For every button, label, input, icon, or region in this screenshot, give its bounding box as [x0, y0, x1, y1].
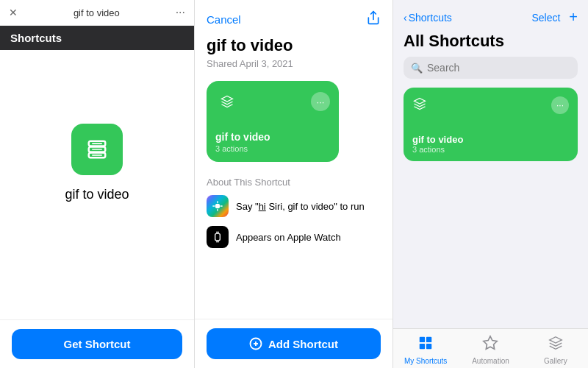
shortcuts-label: Shortcuts: [10, 32, 62, 44]
panel-right-content: ··· gif to video 3 actions: [393, 88, 588, 328]
automation-icon: [482, 335, 498, 355]
shortcut-grid-more-button[interactable]: ···: [551, 96, 569, 114]
shortcut-shared-date: Shared April 3, 2021: [207, 58, 381, 69]
panel-left: ✕ gif to video ··· Shortcuts gif to vide…: [0, 0, 195, 368]
add-shortcut-label: Add Shortcut: [268, 338, 338, 350]
panel-left-content: gif to video: [0, 50, 194, 319]
panel-middle: Cancel gif to video Shared April 3, 2021: [195, 0, 393, 368]
shortcut-grid: ··· gif to video 3 actions: [404, 88, 578, 161]
tab-gallery[interactable]: Gallery: [523, 335, 588, 365]
tab-my-shortcuts[interactable]: My Shortcuts: [393, 335, 458, 365]
about-watch-text: Appears on Apple Watch: [236, 232, 341, 243]
tab-my-shortcuts-label: My Shortcuts: [404, 357, 447, 365]
svg-marker-10: [415, 99, 426, 105]
shortcut-card-header: ···: [215, 90, 330, 113]
svg-rect-14: [426, 344, 431, 349]
svg-rect-12: [426, 337, 431, 342]
back-label: Shortcuts: [409, 12, 452, 24]
shortcut-card-icon: [215, 90, 239, 113]
shortcut-grid-icon: [412, 96, 427, 114]
tab-bar: My Shortcuts Automation Gallery: [393, 328, 588, 368]
svg-rect-6: [215, 233, 220, 240]
search-input[interactable]: [427, 62, 570, 74]
tab-automation-label: Automation: [472, 357, 509, 365]
siri-icon: [207, 195, 229, 217]
panel-middle-footer: Add Shortcut: [195, 319, 392, 368]
shortcut-grid-card-header: ···: [412, 96, 569, 114]
svg-marker-16: [550, 337, 562, 343]
shortcut-card-actions: 3 actions: [215, 144, 330, 153]
about-item-watch: Appears on Apple Watch: [207, 226, 381, 248]
back-button[interactable]: ‹ Shortcuts: [404, 12, 452, 24]
tab-automation[interactable]: Automation: [458, 335, 523, 365]
panel-middle-content: gif to video Shared April 3, 2021 ··· gi…: [195, 36, 392, 319]
my-shortcuts-icon: [417, 335, 434, 355]
window-close-button[interactable]: ✕: [9, 7, 18, 18]
page-title: All Shortcuts: [393, 32, 588, 57]
chevron-left-icon: ‹: [404, 12, 407, 24]
add-shortcut-button[interactable]: Add Shortcut: [207, 328, 381, 359]
shortcut-card-middle[interactable]: ··· gif to video 3 actions: [207, 81, 339, 162]
about-title: About This Shortcut: [207, 177, 381, 188]
svg-marker-4: [222, 96, 233, 102]
tab-gallery-label: Gallery: [544, 357, 567, 365]
svg-rect-13: [420, 344, 425, 349]
shortcut-grid-card-actions: 3 actions: [412, 145, 463, 154]
shortcut-grid-card-name: gif to video: [412, 134, 463, 145]
panel-left-footer: Get Shortcut: [0, 319, 194, 368]
about-section: About This Shortcut Say "hi Siri, gif to…: [207, 177, 381, 248]
shortcut-card-name: gif to video: [215, 131, 330, 143]
watch-icon: [207, 226, 229, 248]
window-header: ✕ gif to video ···: [0, 0, 194, 26]
add-button[interactable]: +: [569, 9, 578, 26]
svg-marker-15: [484, 336, 497, 349]
shortcut-name-left: gif to video: [65, 187, 129, 202]
window-title: gif to video: [74, 7, 120, 18]
share-icon-button[interactable]: [366, 10, 381, 29]
about-siri-text: Say "hi Siri, gif to video" to run: [236, 201, 365, 212]
cancel-button[interactable]: Cancel: [207, 13, 241, 26]
gallery-icon: [548, 335, 564, 355]
svg-rect-11: [420, 337, 425, 342]
panel-middle-header: Cancel: [195, 0, 392, 36]
shortcut-card-more-button[interactable]: ···: [311, 92, 330, 111]
select-button[interactable]: Select: [531, 12, 560, 24]
get-shortcut-button[interactable]: Get Shortcut: [12, 329, 182, 359]
about-item-siri: Say "hi Siri, gif to video" to run: [207, 195, 381, 217]
shortcut-icon-left: [71, 124, 123, 175]
svg-point-5: [215, 204, 220, 209]
panel-right: ‹ Shortcuts Select + All Shortcuts 🔍: [393, 0, 588, 368]
list-item[interactable]: ··· gif to video 3 actions: [404, 88, 578, 161]
window-more-button[interactable]: ···: [176, 6, 185, 19]
title-bar: Shortcuts: [0, 26, 194, 50]
shortcut-grid-card-info: gif to video 3 actions: [412, 134, 463, 154]
search-bar[interactable]: 🔍: [404, 57, 578, 79]
shortcut-detail-title: gif to video: [207, 36, 381, 55]
search-icon: 🔍: [411, 63, 423, 74]
panel-right-header: ‹ Shortcuts Select +: [393, 0, 588, 32]
